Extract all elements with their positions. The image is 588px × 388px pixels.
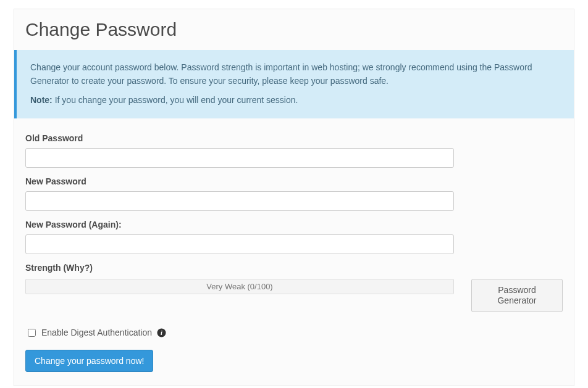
change-password-submit-button[interactable]: Change your password now!: [25, 350, 153, 373]
new-password-again-input[interactable]: [25, 234, 454, 254]
svg-text:i: i: [161, 329, 162, 336]
old-password-group: Old Password: [25, 133, 563, 168]
alert-note-label: Note:: [30, 95, 52, 105]
new-password-label: New Password: [25, 176, 563, 186]
alert-note-text: If you change your password, you will en…: [52, 95, 298, 105]
strength-group: Strength (Why?) Very Weak (0/100) Passwo…: [25, 263, 563, 312]
strength-label-prefix: Strength (: [25, 263, 66, 273]
strength-label-suffix: ): [90, 263, 93, 273]
strength-why-link[interactable]: Why?: [66, 263, 90, 273]
new-password-group: New Password: [25, 176, 563, 211]
strength-label: Strength (Why?): [25, 263, 93, 273]
page-title: Change Password: [25, 19, 574, 40]
new-password-again-group: New Password (Again):: [25, 220, 563, 254]
info-circle-icon[interactable]: i: [157, 328, 166, 337]
strength-meter: Very Weak (0/100): [25, 279, 454, 294]
change-password-panel: Change Password Change your account pass…: [14, 9, 574, 386]
new-password-again-label: New Password (Again):: [25, 220, 563, 229]
info-alert: Change your account password below. Pass…: [14, 50, 574, 118]
alert-intro-text: Change your account password below. Pass…: [30, 61, 560, 88]
digest-auth-label[interactable]: Enable Digest Authentication: [41, 328, 152, 337]
change-password-form: Old Password New Password New Password (…: [14, 133, 574, 386]
password-generator-button[interactable]: Password Generator: [471, 279, 563, 312]
old-password-label: Old Password: [25, 133, 563, 143]
digest-auth-checkbox[interactable]: [28, 329, 36, 337]
digest-auth-row: Enable Digest Authentication i: [25, 327, 563, 339]
new-password-input[interactable]: [25, 191, 454, 211]
alert-note: Note: If you change your password, you w…: [30, 94, 560, 107]
old-password-input[interactable]: [25, 148, 454, 168]
